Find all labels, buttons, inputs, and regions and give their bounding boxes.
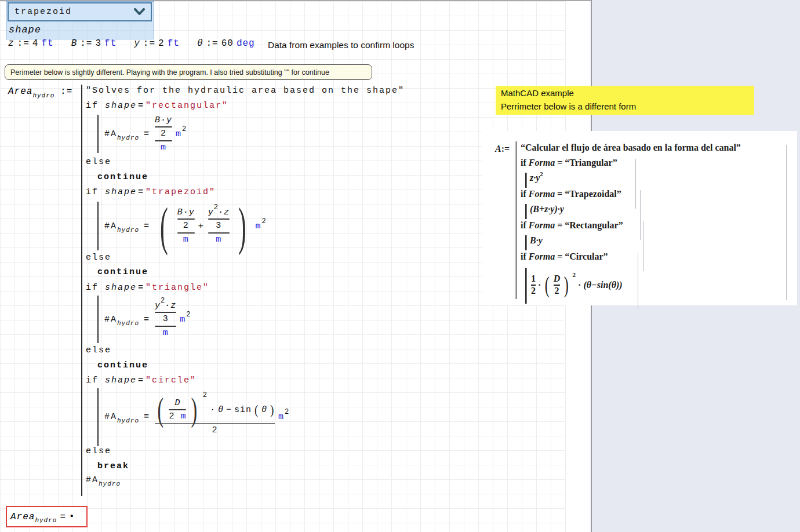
comment-text: Perimeter below is slightly different. P… (10, 68, 329, 76)
program-main-bar (81, 85, 82, 496)
inset-lhs: A:= (495, 144, 510, 154)
program-bracket (525, 204, 527, 219)
mathcad-example-image: A:= “Calcular el flujo de área basado en… (482, 131, 797, 305)
branch-bar (97, 388, 99, 446)
callout-note: MathCAD example Perrimeter below is a di… (496, 86, 754, 115)
return-line: #Ahydro (86, 475, 121, 485)
chevron-down-icon (134, 8, 145, 16)
inset-if-trapezoidal: if Forma = “Trapezoidal” (521, 189, 621, 199)
continue-line: continue (97, 172, 148, 182)
result-placeholder: ▪ (69, 512, 75, 522)
program-lhs: Areahydro := (8, 86, 72, 97)
branch-bar (97, 115, 99, 153)
if-triangle-line: if shape="triangle" (86, 283, 209, 293)
inset-if-circular: if Forma = “Circular” (521, 252, 608, 262)
callout-line1: MathCAD example (501, 86, 749, 100)
equals-sign: = (60, 512, 66, 522)
definition-theta[interactable]: θ := 60 deg (197, 38, 255, 49)
inset-body-rectangular: B·y (530, 235, 543, 246)
assign-op: := (143, 38, 155, 49)
shape-dropdown[interactable]: trapezoid (8, 2, 152, 21)
definition-y[interactable]: y := 2 ft (134, 38, 180, 49)
definition-z[interactable]: z := 4 ft (8, 38, 54, 49)
worksheet-grid (0, 1, 566, 532)
var-value: 2 (158, 38, 165, 49)
assign-op: := (80, 38, 92, 49)
continue-line: continue (97, 360, 148, 370)
var-value: 3 (95, 38, 101, 49)
plus-op: + (198, 221, 205, 231)
program-bracket (515, 141, 517, 299)
assign-op: := (206, 38, 218, 49)
else-line: else (86, 345, 111, 355)
rect-formula: #Ahydro = B·y2m m2 (104, 115, 186, 153)
program-bracket (525, 235, 527, 250)
if-rectangular-line: if shape="rectangular" (86, 101, 228, 111)
if-circle-line: if shape="circle" (86, 376, 197, 385)
else-line: else (86, 253, 111, 263)
inset-body-trapezoidal: (B+z·y)·y (530, 204, 564, 214)
program-bracket (525, 173, 527, 188)
var-name: z (8, 38, 14, 49)
shape-dropdown-value: trapezoid (14, 7, 134, 17)
if-trapezoid-line: if shape="trapezoid" (86, 187, 216, 197)
trapezoid-formula: #Ahydro = ( B·y2m + y2·z3m ) m2 (104, 201, 266, 252)
triangle-formula: #Ahydro = y2·z3m m2 (104, 294, 191, 344)
circle-formula: #Ahydro = ( D2 m ) 2 ·θ −sin (θ) 2 m2 (104, 387, 289, 446)
branch-bar (97, 202, 99, 250)
var-value: 60 (221, 38, 234, 49)
variable-definitions[interactable]: z := 4 ft B := 3 ft y := 2 ft θ := 60 de… (8, 38, 255, 49)
var-name: B (71, 38, 78, 49)
break-line: break (97, 461, 129, 471)
var-name: y (134, 38, 140, 49)
shape-variable-label: shape (9, 24, 41, 35)
inset-body-circular: 12 · ( D2 ) 2 · (θ−sin(θ)) (531, 267, 623, 304)
var-name: θ (197, 38, 203, 49)
comment-box[interactable]: Perimeter below is slightly different. P… (5, 64, 372, 80)
program-description-string: "Solves for the hydraulic area based on … (86, 86, 405, 96)
inset-if-triangular: if Forma = “Triangular” (521, 158, 617, 168)
var-unit: ft (41, 38, 53, 49)
result-var: Area (10, 512, 35, 522)
else-line: else (86, 157, 111, 167)
branch-bar (97, 296, 99, 343)
program-bracket (525, 268, 527, 304)
inset-description: “Calcular el flujo de área basado en la … (521, 143, 741, 153)
assign-op: := (17, 38, 30, 49)
continue-line: continue (97, 267, 148, 277)
var-value: 4 (32, 38, 39, 49)
inset-body-triangular: z·y2 (530, 173, 543, 183)
definition-B[interactable]: B := 3 ft (71, 38, 117, 49)
inset-if-rectangular: if Forma = “Rectangular” (521, 220, 623, 231)
else-line: else (86, 446, 111, 456)
callout-line2: Perrimeter below is a different form (501, 100, 749, 113)
var-unit: ft (104, 38, 117, 49)
var-unit: ft (168, 38, 180, 49)
result-var-sub: hydro (35, 517, 57, 524)
var-unit: deg (237, 38, 255, 49)
result-region[interactable]: Areahydro = ▪ (6, 506, 88, 527)
definitions-note: Data from examples to confirm loops (268, 40, 414, 50)
